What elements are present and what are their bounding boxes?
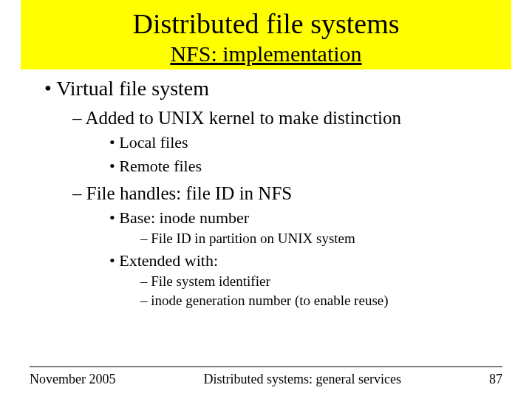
bullet-text: Extended with: <box>119 251 218 270</box>
bullet-text: File system identifier <box>151 273 270 289</box>
bullet-text: Remote files <box>119 157 202 175</box>
footer-row: November 2005 Distributed systems: gener… <box>30 372 502 387</box>
slide-content: • Virtual file system – Added to UNIX ke… <box>0 69 532 309</box>
bullet-text: inode generation number (to enable reuse… <box>151 293 388 308</box>
bullet-text: File ID in partition on UNIX system <box>151 231 355 246</box>
footer-page-number: 87 <box>489 372 502 387</box>
bullet-l4: – File ID in partition on UNIX system <box>140 231 502 247</box>
bullet-text: Local files <box>119 133 188 151</box>
slide-footer: November 2005 Distributed systems: gener… <box>0 366 532 387</box>
slide-subtitle: NFS: implementation <box>21 41 511 66</box>
bullet-l3: • Base: inode number <box>109 208 502 228</box>
slide-title: Distributed file systems <box>21 7 511 40</box>
bullet-l2: – Added to UNIX kernel to make distincti… <box>72 108 502 129</box>
bullet-l3: • Remote files <box>109 157 502 176</box>
bullet-l2: – File handles: file ID in NFS <box>72 183 502 204</box>
bullet-text: Added to UNIX kernel to make distinction <box>85 108 401 128</box>
bullet-text: Virtual file system <box>56 77 209 100</box>
bullet-l3: • Extended with: <box>109 251 502 270</box>
bullet-l3: • Local files <box>109 133 502 152</box>
title-block: Distributed file systems NFS: implementa… <box>21 0 511 69</box>
footer-title: Distributed systems: general services <box>115 372 489 387</box>
bullet-text: Base: inode number <box>119 208 249 227</box>
bullet-l1: • Virtual file system <box>44 77 502 100</box>
footer-divider <box>30 366 502 367</box>
footer-date: November 2005 <box>30 372 115 387</box>
bullet-l4: – File system identifier <box>140 273 502 290</box>
bullet-text: File handles: file ID in NFS <box>86 183 292 203</box>
bullet-l4: – inode generation number (to enable reu… <box>140 293 502 309</box>
